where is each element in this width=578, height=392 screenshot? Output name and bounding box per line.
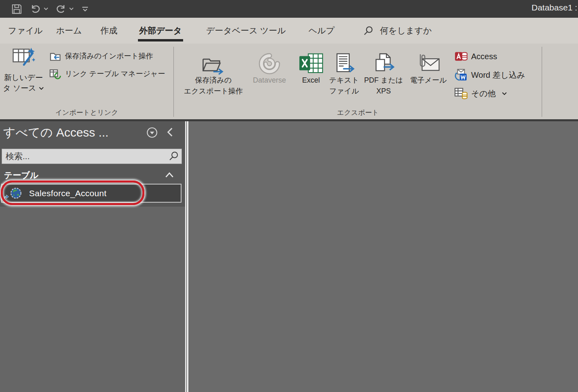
tell-me-search[interactable]: 何をしますか — [363, 18, 432, 44]
undo-button[interactable] — [29, 3, 48, 15]
group-divider — [173, 47, 174, 117]
pane-splitter[interactable] — [185, 121, 188, 392]
quick-access-toolbar — [10, 0, 90, 18]
ribbon-external-data: 新しいデー タ ソース 保存済みのインポート操作 リンク テーブル マネージャー… — [0, 44, 578, 119]
linked-table-globe-icon — [10, 187, 22, 199]
undo-icon — [29, 3, 42, 15]
saved-exports-icon — [201, 48, 226, 75]
export-more-button[interactable]: その他 — [455, 87, 507, 100]
saved-imports-button[interactable]: 保存済みのインポート操作 — [49, 50, 153, 62]
email-icon — [416, 48, 441, 75]
tab-file[interactable]: ファイル — [8, 18, 43, 44]
circled-chevron-down-icon — [146, 127, 158, 139]
access-icon — [455, 50, 467, 62]
tables-section-label: テーブル — [4, 170, 38, 181]
tab-create[interactable]: 作成 — [100, 18, 117, 44]
link-arrow-icon — [4, 194, 9, 199]
navigation-pane-title: すべての Access ... — [3, 124, 109, 141]
customize-quick-access-toolbar-button[interactable] — [80, 4, 90, 14]
window-title: Database1 : — [532, 3, 577, 12]
selected-tab-underline — [138, 39, 183, 41]
saved-exports-button[interactable]: 保存済みの エクスポート操作 — [182, 48, 245, 97]
dataverse-icon — [258, 48, 281, 75]
excel-icon — [298, 48, 323, 75]
document-workspace — [188, 121, 578, 392]
table-item-salesforce-account[interactable]: Salesforce_Account — [1, 184, 182, 203]
chevron-down-icon — [39, 87, 44, 90]
linked-table-manager-button[interactable]: リンク テーブル マネージャー — [49, 68, 165, 80]
new-data-source-button[interactable]: 新しいデー タ ソース — [2, 47, 45, 106]
export-excel-button[interactable]: Excel — [295, 48, 327, 86]
navigation-pane: すべての Access ... テーブル — [0, 121, 185, 392]
dataverse-button: Dataverse — [247, 48, 292, 86]
chevron-down-icon — [502, 92, 507, 95]
table-item-label: Salesforce_Account — [29, 189, 106, 198]
qat-overflow-icon — [80, 4, 90, 14]
new-data-source-label: 新しいデー — [4, 73, 43, 82]
export-access-button[interactable]: Access — [455, 50, 497, 62]
tab-help[interactable]: ヘルプ — [309, 18, 334, 44]
pdf-xps-icon — [372, 48, 395, 75]
export-text-file-button[interactable]: テキスト ファイル — [328, 48, 361, 97]
redo-button[interactable] — [55, 3, 74, 15]
chevron-up-icon — [164, 171, 175, 178]
undo-dropdown-icon — [44, 7, 48, 10]
tab-external-data[interactable]: 外部データ — [139, 18, 182, 44]
export-pdf-xps-button[interactable]: PDF または XPS — [361, 48, 406, 97]
word-merge-icon — [455, 68, 467, 81]
navigation-pane-close-button[interactable] — [165, 126, 176, 138]
group-label-export: エクスポート — [174, 108, 542, 117]
ribbon-tab-bar: ファイル ホーム 作成 外部データ データベース ツール ヘルプ 何をしますか — [0, 18, 578, 44]
navigation-pane-menu-button[interactable] — [146, 127, 158, 139]
navigation-search-input[interactable] — [2, 151, 168, 161]
tables-section-header[interactable]: テーブル — [0, 167, 185, 183]
save-icon — [10, 3, 23, 15]
tab-home[interactable]: ホーム — [56, 18, 82, 44]
navigation-pane-empty-area — [0, 207, 185, 392]
new-data-source-icon — [12, 47, 35, 70]
search-icon[interactable] — [168, 151, 182, 162]
redo-icon — [55, 3, 67, 15]
more-export-icon — [455, 87, 467, 100]
chevron-left-icon — [165, 126, 176, 138]
saved-imports-icon — [49, 50, 61, 62]
text-file-icon — [333, 48, 355, 75]
titlebar: Database1 : — [0, 0, 578, 18]
navigation-search-bar[interactable] — [2, 149, 182, 164]
group-divider — [542, 47, 542, 117]
search-icon — [363, 25, 374, 36]
navigation-pane-header[interactable]: すべての Access ... — [0, 121, 185, 145]
save-button[interactable] — [10, 3, 23, 15]
group-label-import-link: インポートとリンク — [0, 108, 173, 117]
export-word-merge-button[interactable]: Word 差し込み — [455, 68, 525, 81]
linked-table-manager-icon — [49, 68, 61, 80]
tab-database-tools[interactable]: データベース ツール — [206, 18, 286, 44]
redo-dropdown-icon — [69, 7, 74, 10]
export-email-button[interactable]: 電子メール — [407, 48, 449, 86]
